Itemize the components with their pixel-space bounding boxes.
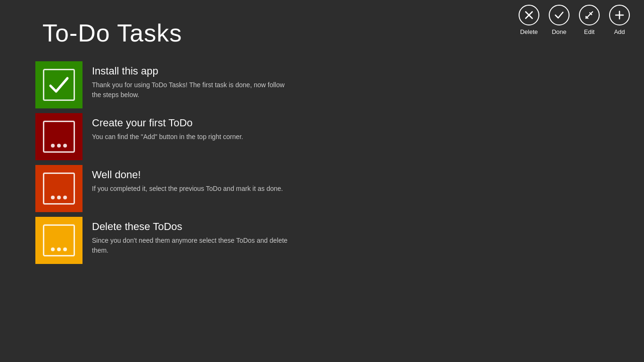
todo-content-install: Install this app Thank you for using ToD… (92, 61, 290, 100)
todo-title-welldone: Well done! (92, 169, 283, 181)
todo-desc-install: Thank you for using ToDo Tasks! The firs… (92, 80, 290, 100)
delete-button[interactable]: Delete (519, 5, 539, 35)
edit-icon (579, 5, 600, 25)
dot3 (63, 144, 67, 148)
todo-icon-inner-create (43, 121, 75, 153)
todo-icon-inner-delete (43, 224, 75, 256)
dot1 (51, 196, 55, 199)
done-label: Done (552, 28, 566, 35)
todo-title-install: Install this app (92, 65, 290, 77)
dot3 (63, 196, 67, 199)
done-button[interactable]: Done (549, 5, 570, 35)
todo-icon-install (35, 61, 83, 108)
todo-item-install[interactable]: Install this app Thank you for using ToD… (35, 61, 290, 108)
todo-list: Install this app Thank you for using ToD… (35, 61, 290, 264)
todo-desc-delete: Since you don't need them anymore select… (92, 236, 290, 255)
todo-item-create[interactable]: Create your first ToDo You can find the … (35, 113, 290, 160)
todo-icon-create (35, 113, 83, 160)
todo-content-delete: Delete these ToDos Since you don't need … (92, 217, 290, 255)
todo-icon-delete (35, 217, 83, 264)
done-icon (549, 5, 570, 25)
todo-icon-dots-delete (51, 247, 67, 251)
dot1 (51, 144, 55, 148)
todo-desc-welldone: If you completed it, select the previous… (92, 184, 283, 194)
edit-label: Edit (584, 28, 594, 35)
todo-title-delete: Delete these ToDos (92, 221, 290, 233)
todo-title-create: Create your first ToDo (92, 117, 243, 129)
todo-icon-welldone (35, 165, 83, 212)
toolbar: Delete Done Edit Add (519, 5, 630, 35)
dot2 (57, 144, 61, 148)
todo-icon-check (43, 69, 75, 101)
todo-icon-dots-create (51, 144, 67, 148)
add-label: Add (614, 28, 625, 35)
todo-icon-inner-welldone (43, 173, 75, 205)
add-icon (609, 5, 630, 25)
dot2 (57, 196, 61, 199)
todo-desc-create: You can find the "Add" button in the top… (92, 132, 243, 142)
page-title: To-Do Tasks (42, 19, 182, 47)
todo-icon-dots-welldone (51, 196, 67, 199)
todo-item-delete[interactable]: Delete these ToDos Since you don't need … (35, 217, 290, 264)
todo-content-welldone: Well done! If you completed it, select t… (92, 165, 283, 194)
delete-label: Delete (520, 28, 538, 35)
dot1 (51, 247, 55, 251)
todo-item-welldone[interactable]: Well done! If you completed it, select t… (35, 165, 290, 212)
delete-icon (519, 5, 539, 25)
edit-button[interactable]: Edit (579, 5, 600, 35)
add-button[interactable]: Add (609, 5, 630, 35)
dot3 (63, 247, 67, 251)
todo-content-create: Create your first ToDo You can find the … (92, 113, 243, 142)
dot2 (57, 247, 61, 251)
